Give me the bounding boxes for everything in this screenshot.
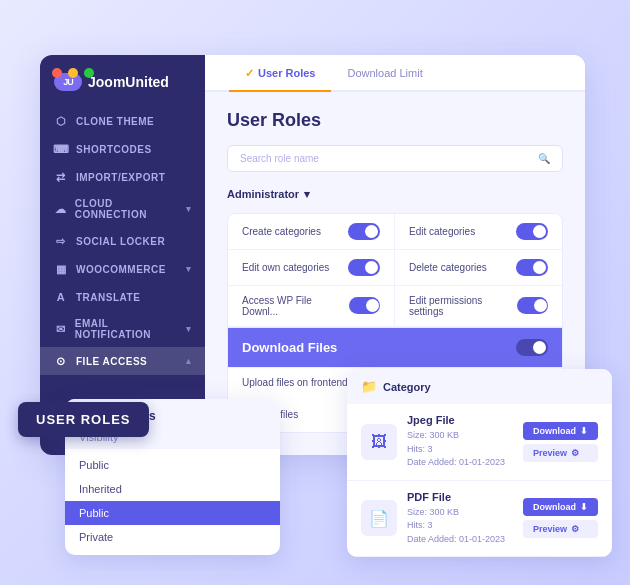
sidebar-item-translate[interactable]: A TRANSLATE [40, 283, 205, 311]
toggle-delete-categories[interactable] [516, 259, 548, 276]
visibility-option-private[interactable]: Private [65, 525, 280, 549]
sidebar-item-label: CLONE THEME [76, 116, 154, 127]
chevron-down-icon: ▾ [186, 204, 192, 214]
toggle-create-categories[interactable] [348, 223, 380, 240]
visibility-options: Public Inherited Public Private [65, 449, 280, 555]
sidebar-item-social-locker[interactable]: ⇨ SOCIAL LOCKER [40, 227, 205, 255]
category-panel: 📁 Category 🖼 Jpeg File Size: 300 KB Hits… [347, 369, 612, 557]
user-roles-badge: USER ROLES [18, 402, 149, 437]
chevron-down-icon: ▾ [186, 264, 192, 274]
logo-text: JoomUnited [88, 74, 169, 90]
perm-access-wp: Access WP File Downl... [228, 286, 395, 327]
sidebar-item-label: SOCIAL LOCKER [76, 236, 165, 247]
sidebar-item-shortcodes[interactable]: ⌨ SHORTCODES [40, 135, 205, 163]
visibility-option-public1[interactable]: Public [65, 453, 280, 477]
pdf-preview-button[interactable]: Preview ⚙ [523, 520, 598, 538]
jpeg-download-button[interactable]: Download ⬇ [523, 422, 598, 440]
sidebar: JU JoomUnited ⬡ CLONE THEME ⌨ SHORTCODES… [40, 55, 205, 455]
translate-icon: A [54, 290, 68, 304]
sidebar-item-cloud-connection[interactable]: ☁ CLOUD CONNECTION ▾ [40, 191, 205, 227]
pdf-actions: Download ⬇ Preview ⚙ [523, 498, 598, 538]
sidebar-item-woocommerce[interactable]: ▦ WOOCOMMERCE ▾ [40, 255, 205, 283]
jpeg-preview-button[interactable]: Preview ⚙ [523, 444, 598, 462]
file-item-pdf: 📄 PDF File Size: 300 KB Hits: 3 Date Add… [347, 481, 612, 558]
toggle-edit-own[interactable] [348, 259, 380, 276]
download-files-label: Download Files [242, 340, 337, 355]
clone-theme-icon: ⬡ [54, 114, 68, 128]
sidebar-item-label: SHORTCODES [76, 144, 152, 155]
sidebar-item-email-notification[interactable]: ✉ EMAIL NOTIFICATION ▾ [40, 311, 205, 347]
pdf-name: PDF File [407, 491, 513, 503]
pdf-icon: 📄 [361, 500, 397, 536]
sidebar-item-clone-theme[interactable]: ⬡ CLONE THEME [40, 107, 205, 135]
light-green[interactable] [84, 68, 94, 78]
tab-user-roles[interactable]: ✓User Roles [229, 55, 331, 92]
jpeg-info: Jpeg File Size: 300 KB Hits: 3 Date Adde… [407, 414, 513, 470]
perm-edit-permissions: Edit permissions settings [395, 286, 562, 327]
cloud-icon: ☁ [54, 202, 67, 216]
chevron-down-icon: ▾ [304, 188, 310, 201]
toggle-access-wp[interactable] [349, 297, 380, 314]
sidebar-item-label: WOOCOMMERCE [76, 264, 166, 275]
file-access-icon: ⊙ [54, 354, 68, 368]
jpeg-name: Jpeg File [407, 414, 513, 426]
pdf-download-button[interactable]: Download ⬇ [523, 498, 598, 516]
perm-edit-own: Edit own categories [228, 250, 395, 286]
perm-edit-categories: Edit categories [395, 214, 562, 250]
sidebar-item-label: IMPORT/EXPORT [76, 172, 165, 183]
sidebar-item-label: TRANSLATE [76, 292, 140, 303]
light-red[interactable] [52, 68, 62, 78]
search-bar[interactable]: Search role name 🔍 [227, 145, 563, 172]
traffic-lights [52, 68, 94, 78]
chevron-up-icon: ▴ [186, 356, 192, 366]
sidebar-item-label: CLOUD CONNECTION [75, 198, 178, 220]
tab-download-limit[interactable]: Download Limit [331, 55, 438, 92]
search-placeholder-text: Search role name [240, 153, 319, 164]
sidebar-item-label: FILE ACCESS [76, 356, 147, 367]
sidebar-item-label: EMAIL NOTIFICATION [75, 318, 178, 340]
email-icon: ✉ [54, 322, 67, 336]
jpeg-icon: 🖼 [361, 424, 397, 460]
pdf-info: PDF File Size: 300 KB Hits: 3 Date Added… [407, 491, 513, 547]
toggle-download-files[interactable] [516, 339, 548, 356]
chevron-down-icon: ▾ [186, 324, 192, 334]
sidebar-logo: JU JoomUnited [40, 73, 205, 107]
social-locker-icon: ⇨ [54, 234, 68, 248]
check-icon: ✓ [245, 67, 254, 79]
page-title: User Roles [227, 110, 563, 131]
search-icon: 🔍 [538, 153, 550, 164]
sidebar-item-import-export[interactable]: ⇄ IMPORT/EXPORT [40, 163, 205, 191]
toggle-edit-categories[interactable] [516, 223, 548, 240]
jpeg-actions: Download ⬇ Preview ⚙ [523, 422, 598, 462]
shortcodes-icon: ⌨ [54, 142, 68, 156]
light-yellow[interactable] [68, 68, 78, 78]
toggle-edit-permissions[interactable] [517, 297, 548, 314]
perm-create-categories: Create categories [228, 214, 395, 250]
folder-icon: 📁 [361, 379, 377, 394]
pdf-meta: Size: 300 KB Hits: 3 Date Added: 01-01-2… [407, 506, 513, 547]
jpeg-meta: Size: 300 KB Hits: 3 Date Added: 01-01-2… [407, 429, 513, 470]
sidebar-item-file-access[interactable]: ⊙ FILE ACCESS ▴ [40, 347, 205, 375]
administrator-dropdown[interactable]: Administrator ▾ [227, 188, 310, 201]
import-export-icon: ⇄ [54, 170, 68, 184]
download-files-row: Download Files [228, 327, 562, 367]
woocommerce-icon: ▦ [54, 262, 68, 276]
category-header: 📁 Category [347, 369, 612, 404]
file-item-jpeg: 🖼 Jpeg File Size: 300 KB Hits: 3 Date Ad… [347, 404, 612, 481]
visibility-option-inherited[interactable]: Inherited [65, 477, 280, 501]
perm-delete-categories: Delete categories [395, 250, 562, 286]
visibility-option-public2[interactable]: Public [65, 501, 280, 525]
tabs-bar: ✓User Roles Download Limit [205, 55, 585, 92]
